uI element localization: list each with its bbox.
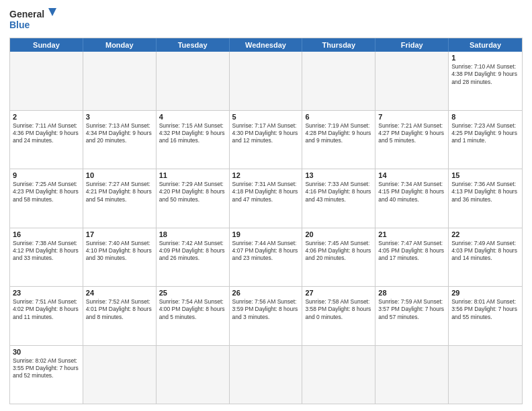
calendar-row-3: 16Sunrise: 7:38 AM Sunset: 4:12 PM Dayli… [10, 228, 522, 287]
day-cell-20: 20Sunrise: 7:45 AM Sunset: 4:06 PM Dayli… [302, 228, 375, 287]
day-cell-empty [157, 52, 230, 110]
day-info: Sunrise: 7:19 AM Sunset: 4:28 PM Dayligh… [305, 122, 372, 145]
day-header-wednesday: Wednesday [230, 38, 303, 52]
day-cell-11: 11Sunrise: 7:29 AM Sunset: 4:20 PM Dayli… [157, 169, 230, 228]
day-number: 29 [451, 289, 519, 297]
day-info: Sunrise: 7:49 AM Sunset: 4:03 PM Dayligh… [451, 240, 519, 263]
day-info: Sunrise: 7:58 AM Sunset: 3:58 PM Dayligh… [305, 298, 372, 321]
day-cell-5: 5Sunrise: 7:17 AM Sunset: 4:30 PM Daylig… [230, 111, 303, 169]
day-cell-21: 21Sunrise: 7:47 AM Sunset: 4:05 PM Dayli… [375, 228, 449, 287]
day-number: 13 [305, 171, 372, 179]
day-number: 9 [13, 171, 80, 179]
day-number: 30 [13, 348, 80, 356]
day-info: Sunrise: 7:54 AM Sunset: 4:00 PM Dayligh… [159, 298, 226, 321]
day-info: Sunrise: 7:44 AM Sunset: 4:07 PM Dayligh… [232, 240, 300, 263]
day-number: 14 [378, 171, 445, 179]
day-cell-24: 24Sunrise: 7:52 AM Sunset: 4:01 PM Dayli… [83, 287, 157, 345]
logo-icon: General Blue [9, 7, 56, 34]
day-cell-13: 13Sunrise: 7:33 AM Sunset: 4:16 PM Dayli… [302, 169, 375, 228]
day-info: Sunrise: 7:13 AM Sunset: 4:34 PM Dayligh… [86, 122, 153, 145]
calendar-row-2: 9Sunrise: 7:25 AM Sunset: 4:23 PM Daylig… [10, 169, 522, 228]
day-cell-4: 4Sunrise: 7:15 AM Sunset: 4:32 PM Daylig… [157, 111, 230, 169]
calendar-row-4: 23Sunrise: 7:51 AM Sunset: 4:02 PM Dayli… [10, 286, 522, 345]
day-header-sunday: Sunday [10, 38, 83, 52]
day-info: Sunrise: 7:31 AM Sunset: 4:18 PM Dayligh… [232, 181, 300, 203]
day-cell-19: 19Sunrise: 7:44 AM Sunset: 4:07 PM Dayli… [230, 228, 303, 287]
day-cell-29: 29Sunrise: 8:01 AM Sunset: 3:56 PM Dayli… [449, 287, 522, 345]
day-cell-15: 15Sunrise: 7:36 AM Sunset: 4:13 PM Dayli… [449, 169, 522, 228]
day-number: 15 [451, 171, 519, 179]
day-number: 18 [159, 230, 226, 238]
day-number: 20 [305, 230, 372, 238]
day-info: Sunrise: 8:02 AM Sunset: 3:55 PM Dayligh… [13, 357, 80, 380]
day-number: 22 [451, 230, 519, 238]
day-info: Sunrise: 7:47 AM Sunset: 4:05 PM Dayligh… [378, 240, 445, 263]
day-info: Sunrise: 7:59 AM Sunset: 3:57 PM Dayligh… [378, 298, 445, 321]
day-info: Sunrise: 7:38 AM Sunset: 4:12 PM Dayligh… [13, 240, 80, 263]
logo: General Blue [9, 7, 56, 34]
day-info: Sunrise: 7:25 AM Sunset: 4:23 PM Dayligh… [13, 181, 80, 203]
day-info: Sunrise: 7:15 AM Sunset: 4:32 PM Dayligh… [159, 122, 226, 145]
day-cell-30: 30Sunrise: 8:02 AM Sunset: 3:55 PM Dayli… [10, 346, 83, 404]
day-number: 21 [378, 230, 445, 238]
day-cell-empty [230, 52, 303, 110]
day-info: Sunrise: 7:11 AM Sunset: 4:36 PM Dayligh… [13, 122, 80, 145]
day-info: Sunrise: 7:51 AM Sunset: 4:02 PM Dayligh… [13, 298, 80, 321]
day-cell-12: 12Sunrise: 7:31 AM Sunset: 4:18 PM Dayli… [230, 169, 303, 228]
svg-text:General: General [9, 9, 44, 19]
day-header-saturday: Saturday [449, 38, 522, 52]
day-cell-18: 18Sunrise: 7:42 AM Sunset: 4:09 PM Dayli… [157, 228, 230, 287]
day-cell-empty [230, 346, 303, 404]
day-header-tuesday: Tuesday [157, 38, 230, 52]
calendar-body: 1Sunrise: 7:10 AM Sunset: 4:38 PM Daylig… [10, 52, 522, 404]
day-cell-empty [302, 52, 375, 110]
day-cell-empty [83, 346, 157, 404]
day-number: 28 [378, 289, 445, 297]
page: General Blue SundayMondayTuesdayWednesda… [0, 0, 532, 411]
day-info: Sunrise: 7:45 AM Sunset: 4:06 PM Dayligh… [305, 240, 372, 263]
day-header-monday: Monday [83, 38, 157, 52]
calendar-row-5: 30Sunrise: 8:02 AM Sunset: 3:55 PM Dayli… [10, 345, 522, 404]
day-number: 27 [305, 289, 372, 297]
day-number: 19 [232, 230, 300, 238]
day-cell-17: 17Sunrise: 7:40 AM Sunset: 4:10 PM Dayli… [83, 228, 157, 287]
day-cell-empty [157, 346, 230, 404]
day-cell-16: 16Sunrise: 7:38 AM Sunset: 4:12 PM Dayli… [10, 228, 83, 287]
day-info: Sunrise: 7:21 AM Sunset: 4:27 PM Dayligh… [378, 122, 445, 145]
day-cell-25: 25Sunrise: 7:54 AM Sunset: 4:00 PM Dayli… [157, 287, 230, 345]
day-number: 8 [451, 113, 519, 121]
day-header-thursday: Thursday [302, 38, 375, 52]
day-cell-14: 14Sunrise: 7:34 AM Sunset: 4:15 PM Dayli… [375, 169, 449, 228]
calendar-row-1: 2Sunrise: 7:11 AM Sunset: 4:36 PM Daylig… [10, 110, 522, 169]
day-info: Sunrise: 7:36 AM Sunset: 4:13 PM Dayligh… [451, 181, 519, 203]
day-number: 10 [86, 171, 153, 179]
day-number: 17 [86, 230, 153, 238]
day-info: Sunrise: 7:42 AM Sunset: 4:09 PM Dayligh… [159, 240, 226, 263]
day-cell-empty [375, 52, 449, 110]
day-cell-1: 1Sunrise: 7:10 AM Sunset: 4:38 PM Daylig… [449, 52, 522, 110]
day-info: Sunrise: 7:33 AM Sunset: 4:16 PM Dayligh… [305, 181, 372, 203]
day-info: Sunrise: 7:40 AM Sunset: 4:10 PM Dayligh… [86, 240, 153, 263]
day-info: Sunrise: 8:01 AM Sunset: 3:56 PM Dayligh… [451, 298, 519, 321]
day-info: Sunrise: 7:34 AM Sunset: 4:15 PM Dayligh… [378, 181, 445, 203]
day-cell-2: 2Sunrise: 7:11 AM Sunset: 4:36 PM Daylig… [10, 111, 83, 169]
day-cell-empty [83, 52, 157, 110]
day-number: 26 [232, 289, 300, 297]
calendar-header: SundayMondayTuesdayWednesdayThursdayFrid… [10, 38, 522, 52]
day-cell-3: 3Sunrise: 7:13 AM Sunset: 4:34 PM Daylig… [83, 111, 157, 169]
day-cell-23: 23Sunrise: 7:51 AM Sunset: 4:02 PM Dayli… [10, 287, 83, 345]
day-info: Sunrise: 7:17 AM Sunset: 4:30 PM Dayligh… [232, 122, 300, 145]
day-cell-27: 27Sunrise: 7:58 AM Sunset: 3:58 PM Dayli… [302, 287, 375, 345]
day-number: 16 [13, 230, 80, 238]
day-number: 5 [232, 113, 300, 121]
day-cell-7: 7Sunrise: 7:21 AM Sunset: 4:27 PM Daylig… [375, 111, 449, 169]
day-cell-9: 9Sunrise: 7:25 AM Sunset: 4:23 PM Daylig… [10, 169, 83, 228]
day-cell-28: 28Sunrise: 7:59 AM Sunset: 3:57 PM Dayli… [375, 287, 449, 345]
day-number: 4 [159, 113, 226, 121]
day-number: 11 [159, 171, 226, 179]
day-info: Sunrise: 7:23 AM Sunset: 4:25 PM Dayligh… [451, 122, 519, 145]
day-cell-8: 8Sunrise: 7:23 AM Sunset: 4:25 PM Daylig… [449, 111, 522, 169]
day-info: Sunrise: 7:29 AM Sunset: 4:20 PM Dayligh… [159, 181, 226, 203]
day-header-friday: Friday [375, 38, 449, 52]
day-cell-10: 10Sunrise: 7:27 AM Sunset: 4:21 PM Dayli… [83, 169, 157, 228]
